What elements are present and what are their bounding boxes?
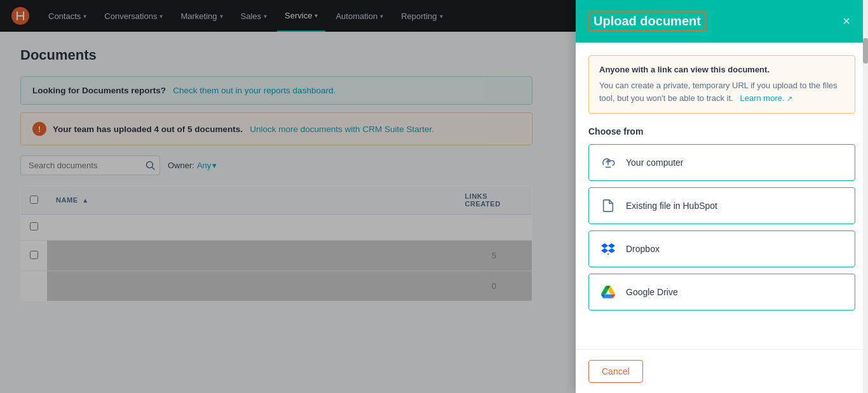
panel-title: Upload document [588, 11, 706, 31]
panel-header: Upload document × [576, 0, 868, 43]
file-icon [599, 197, 617, 215]
upload-option-computer-label: Your computer [626, 157, 684, 168]
upload-option-hubspot[interactable]: Existing file in HubSpot [588, 187, 855, 224]
learn-more-link[interactable]: Learn more. ↗ [738, 93, 792, 103]
upload-panel: Upload document × Anyone with a link can… [576, 0, 868, 317]
panel-body: Anyone with a link can view this documen… [576, 43, 868, 317]
svg-point-3 [607, 253, 609, 255]
upload-option-computer[interactable]: Your computer [588, 144, 855, 181]
upload-option-hubspot-label: Existing file in HubSpot [626, 201, 717, 211]
upload-option-dropbox-label: Dropbox [626, 244, 660, 254]
upload-option-googledrive-label: Google Drive [626, 287, 678, 297]
upload-option-dropbox[interactable]: Dropbox [588, 230, 855, 267]
cloud-upload-icon [599, 154, 617, 171]
close-button[interactable]: × [837, 13, 855, 30]
warning-body: You can create a private, temporary URL … [599, 79, 844, 104]
warning-heading: Anyone with a link can view this documen… [599, 65, 770, 74]
choose-from-label: Choose from [588, 126, 855, 137]
dropbox-icon [599, 240, 617, 258]
upload-option-googledrive[interactable]: Google Drive [588, 274, 855, 310]
warning-box: Anyone with a link can view this documen… [588, 55, 855, 114]
scrollbar-thumb[interactable] [863, 38, 868, 63]
scrollbar-track[interactable] [863, 0, 868, 317]
external-link-icon: ↗ [787, 95, 792, 102]
google-drive-icon [599, 283, 617, 301]
